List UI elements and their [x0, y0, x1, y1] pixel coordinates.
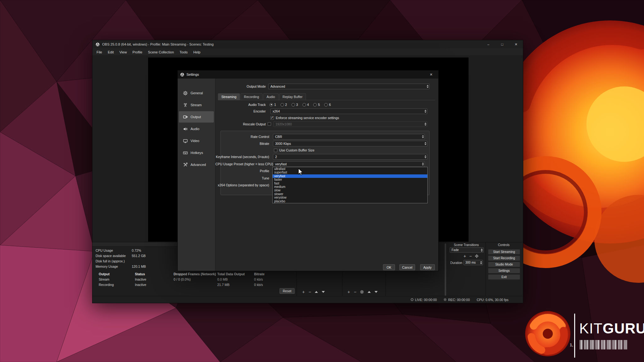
apply-button[interactable]: Apply [420, 264, 435, 270]
dropdown-option-medium[interactable]: medium [273, 185, 427, 189]
keyframe-value: 2 [275, 155, 277, 159]
spinner-arrows-icon[interactable] [425, 155, 426, 158]
start-streaming-button[interactable]: Start Streaming [488, 249, 520, 255]
radio-track-3[interactable] [291, 103, 295, 107]
add-icon[interactable]: + [464, 254, 466, 259]
col-bitrate: Bitrate [254, 272, 264, 276]
gear-icon[interactable] [360, 290, 364, 294]
cell: 0 kb/s [254, 283, 263, 287]
spinner-arrows-icon[interactable] [425, 142, 426, 145]
stats-reset-button[interactable]: Reset [280, 288, 295, 294]
ok-button[interactable]: OK [383, 264, 395, 270]
sidebar-label: Advanced [191, 163, 206, 167]
radio-track-1[interactable] [269, 103, 273, 107]
dropdown-option-veryslow[interactable]: veryslow [273, 196, 427, 199]
tab-audio[interactable]: Audio [263, 93, 279, 100]
encoder-select[interactable]: x264 [270, 108, 427, 114]
cell: 0 / 0 (0.0%) [174, 277, 217, 281]
move-up-icon[interactable] [368, 291, 371, 293]
output-mode-value: Advanced [270, 85, 285, 88]
radio-track-4[interactable] [303, 103, 306, 107]
dock-splitter[interactable] [445, 244, 446, 296]
add-icon[interactable]: + [302, 289, 305, 294]
dropdown-option-slow[interactable]: slow [273, 189, 427, 192]
spinner-arrows-icon[interactable] [480, 261, 482, 264]
transition-select[interactable]: Fade [450, 247, 484, 253]
close-button[interactable]: ✕ [509, 40, 523, 48]
combo-arrows-icon [425, 110, 426, 113]
sidebar-item-video[interactable]: Video [179, 135, 214, 146]
sidebar-item-hotkeys[interactable]: Hotkeys [179, 147, 214, 158]
sidebar-item-advanced[interactable]: Advanced [179, 159, 214, 170]
combo-arrows-icon [481, 249, 483, 252]
maximize-button[interactable]: □ [495, 40, 509, 48]
col-output: Output [99, 272, 135, 276]
rescale-checkbox[interactable] [268, 122, 271, 126]
studio-mode-button[interactable]: Studio Mode [488, 262, 520, 267]
rate-control-label: Rate Control [215, 135, 269, 139]
tab-divider [218, 100, 435, 100]
duration-spinbox[interactable]: 300 ms [464, 260, 483, 265]
remove-icon[interactable]: − [469, 254, 472, 259]
sidebar-label: Hotkeys [191, 151, 203, 155]
move-down-icon[interactable] [375, 291, 378, 293]
cancel-button[interactable]: Cancel [399, 264, 415, 270]
dropdown-option-fast[interactable]: fast [273, 182, 427, 185]
menu-profile[interactable]: Profile [130, 48, 145, 56]
rescale-resolution-select[interactable]: 1920x1080 [273, 121, 427, 127]
gear-icon[interactable] [475, 254, 479, 258]
tab-recording[interactable]: Recording [241, 93, 263, 100]
menu-scene-collection[interactable]: Scene Collection [145, 48, 177, 56]
menu-help[interactable]: Help [191, 48, 203, 56]
keyframe-interval-label: Keyframe Interval (seconds, 0=auto) [215, 155, 269, 159]
output-mode-select[interactable]: Advanced [268, 84, 430, 89]
enforce-settings-row: Enforce streaming service encoder settin… [270, 115, 339, 121]
bitrate-spinbox[interactable]: 3000 Kbps [273, 141, 427, 146]
sidebar-label: Video [191, 139, 199, 143]
sidebar-item-audio[interactable]: Audio [179, 123, 214, 134]
watermark-divider [574, 314, 575, 358]
radio-track-6[interactable] [324, 103, 328, 107]
controls-dock-title[interactable]: Controls [487, 243, 520, 247]
table-row: Recording Inactive 21.7 MB 0 kb/s [99, 283, 263, 287]
scene-transitions-title[interactable]: Scene Transitions [447, 243, 486, 247]
settings-button[interactable]: Settings [488, 268, 520, 273]
dropdown-option-slower[interactable]: slower [273, 192, 427, 196]
remove-icon[interactable]: − [354, 289, 356, 294]
combo-arrows-icon [422, 162, 424, 166]
minimize-button[interactable]: – [481, 40, 495, 48]
dialog-close-button[interactable]: ✕ [426, 70, 436, 79]
move-up-icon[interactable] [315, 291, 318, 293]
cpu-preset-select[interactable]: veryfast [273, 161, 425, 167]
tab-streaming[interactable]: Streaming [218, 93, 240, 100]
custom-buffer-checkbox[interactable] [274, 149, 277, 152]
sidebar-item-output[interactable]: Output [179, 111, 214, 123]
cell: Inactive [135, 283, 174, 287]
radio-track-2[interactable] [280, 103, 284, 107]
exit-button[interactable]: Exit [488, 274, 520, 280]
stats-panel: CPU Usage 0.72% Disk space available 551… [96, 249, 146, 268]
sidebar-item-stream[interactable]: Stream [179, 99, 214, 111]
rescale-output-label: Rescale Output [215, 122, 266, 126]
sidebar-label: Output [191, 115, 201, 119]
menu-view[interactable]: View [117, 48, 130, 56]
add-icon[interactable]: + [347, 289, 350, 294]
dropdown-option-faster[interactable]: faster [273, 178, 427, 181]
start-recording-button[interactable]: Start Recording [488, 255, 520, 261]
menu-tools[interactable]: Tools [177, 48, 191, 56]
rate-control-select[interactable]: CBR [273, 134, 425, 140]
dropdown-option-veryfast[interactable]: veryfast [273, 174, 427, 178]
dropdown-option-placebo[interactable]: placebo [273, 200, 427, 203]
menu-edit[interactable]: Edit [105, 48, 117, 56]
move-down-icon[interactable] [322, 291, 325, 293]
dropdown-option-superfast[interactable]: superfast [273, 171, 427, 174]
sidebar-item-general[interactable]: General [179, 87, 214, 99]
menu-file[interactable]: File [94, 48, 105, 56]
enforce-checkbox[interactable] [270, 116, 274, 120]
tab-replay-buffer[interactable]: Replay Buffer [279, 93, 306, 100]
cell: 21.7 MB [217, 283, 254, 287]
keyframe-interval-spinbox[interactable]: 2 [273, 154, 427, 160]
radio-track-5[interactable] [313, 103, 317, 107]
remove-icon[interactable]: − [308, 289, 311, 294]
dropdown-option-ultrafast[interactable]: ultrafast [273, 167, 427, 171]
